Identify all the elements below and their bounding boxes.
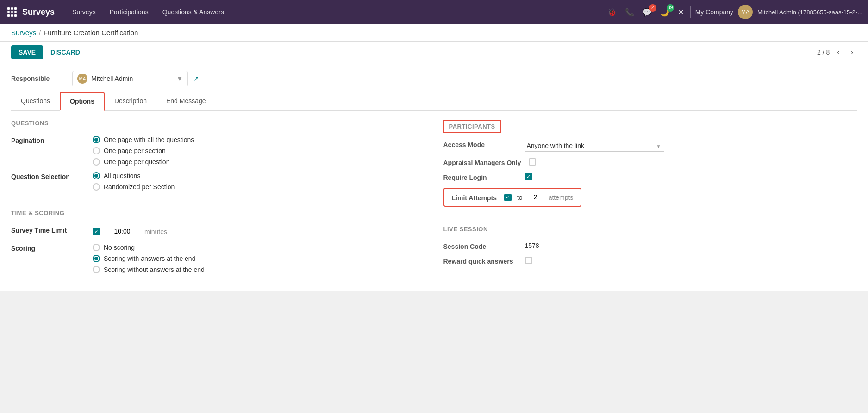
brand-title: Surveys	[22, 7, 55, 17]
qs-option-all[interactable]: All questions	[93, 172, 175, 179]
left-column: Questions Pagination One page with all t…	[11, 120, 425, 280]
main-content: Responsible MA Mitchell Admin ▼ ↗ Questi…	[0, 63, 868, 291]
next-record-button[interactable]: ›	[847, 46, 857, 58]
require-login-row: Require Login	[443, 173, 857, 181]
time-limit-checkbox[interactable]	[93, 228, 100, 235]
limit-attempts-container: Limit Attempts to attempts	[443, 188, 582, 207]
scoring-without-answers[interactable]: Scoring without answers at the end	[93, 266, 205, 273]
pagination-label: 2 / 8	[817, 49, 830, 56]
require-login-label: Require Login	[443, 173, 518, 181]
user-avatar[interactable]: MA	[738, 5, 753, 19]
nav-separator	[690, 6, 691, 18]
time-scoring-heading: Time & Scoring	[11, 210, 425, 218]
breadcrumb-separator: /	[39, 29, 41, 37]
scoring-with-answers[interactable]: Scoring with answers at the end	[93, 255, 205, 262]
right-column: Participants Access Mode Anyone with the…	[443, 120, 857, 280]
options-content: Questions Pagination One page with all t…	[11, 120, 857, 280]
question-selection-options: All questions Randomized per Section	[93, 172, 175, 191]
save-button[interactable]: SAVE	[11, 45, 43, 59]
limit-attempts-to-label: to	[517, 194, 523, 201]
limit-attempts-input[interactable]	[526, 192, 545, 202]
nav-participations[interactable]: Participations	[103, 6, 155, 18]
radio-question-label: One page per question	[104, 158, 169, 166]
responsible-field[interactable]: MA Mitchell Admin ▼	[72, 71, 188, 86]
pagination-label: Pagination	[11, 136, 85, 144]
apps-grid-icon[interactable]	[6, 6, 19, 18]
scoring-options: No scoring Scoring with answers at the e…	[93, 244, 205, 273]
scoring-no[interactable]: No scoring	[93, 244, 205, 251]
discard-button[interactable]: DISCARD	[47, 45, 84, 59]
company-name[interactable]: My Company	[695, 8, 733, 16]
topnav-right-area: 🐞 📞 💬2 🌙39 ✕ My Company MA Mitchell Admi…	[606, 5, 862, 19]
access-mode-select[interactable]: Anyone with the link Invited people only	[525, 140, 664, 152]
radio-with-answers-label: Scoring with answers at the end	[104, 255, 195, 262]
tab-end-message[interactable]: End Message	[156, 92, 216, 111]
user-name: Mitchell Admin (17885655-saas-15-2-...	[757, 9, 862, 16]
time-limit-row: Survey Time Limit minutes	[11, 226, 425, 237]
limit-attempts-row: Limit Attempts to attempts	[443, 188, 857, 207]
require-login-checkbox[interactable]	[525, 173, 532, 180]
moon-badge: 39	[667, 4, 674, 12]
time-limit-input[interactable]	[104, 226, 141, 237]
chat-icon-btn[interactable]: 💬2	[641, 6, 654, 18]
responsible-row: Responsible MA Mitchell Admin ▼ ↗	[11, 63, 857, 92]
prev-record-button[interactable]: ‹	[833, 46, 843, 58]
scoring-label: Scoring	[11, 244, 85, 252]
left-divider	[11, 200, 425, 200]
appraisal-managers-row: Appraisal Managers Only	[443, 158, 857, 166]
moon-icon-btn[interactable]: 🌙39	[658, 6, 671, 18]
bug-icon-btn[interactable]: 🐞	[606, 6, 618, 18]
external-link-icon[interactable]: ↗	[194, 75, 199, 82]
access-mode-row: Access Mode Anyone with the link Invited…	[443, 140, 857, 152]
appraisal-managers-label: Appraisal Managers Only	[443, 158, 521, 166]
participants-section-heading: Participants	[449, 123, 495, 132]
limit-attempts-suffix: attempts	[549, 194, 574, 201]
radio-random-icon	[93, 183, 100, 191]
pagination-option-section[interactable]: One page per section	[93, 147, 194, 154]
nav-qa[interactable]: Questions & Answers	[156, 6, 231, 18]
pagination-option-all[interactable]: One page with all the questions	[93, 136, 194, 143]
radio-with-answers-icon	[93, 255, 100, 262]
time-limit-suffix: minutes	[144, 228, 167, 235]
radio-all-questions-label: One page with all the questions	[104, 136, 194, 143]
action-bar: SAVE DISCARD 2 / 8 ‹ ›	[0, 42, 868, 63]
qs-option-random[interactable]: Randomized per Section	[93, 183, 175, 191]
pagination-option-question[interactable]: One page per question	[93, 158, 194, 166]
access-mode-select-wrapper: Anyone with the link Invited people only	[525, 140, 664, 152]
radio-without-answers-icon	[93, 266, 100, 273]
scoring-row: Scoring No scoring Scoring with answers …	[11, 244, 425, 273]
breadcrumb-current: Furniture Creation Certification	[44, 29, 138, 37]
reward-quick-row: Reward quick answers	[443, 257, 857, 265]
breadcrumb-parent[interactable]: Surveys	[11, 29, 36, 37]
close-icon-btn[interactable]: ✕	[676, 6, 686, 18]
nav-surveys[interactable]: Surveys	[66, 6, 102, 18]
radio-no-scoring-icon	[93, 244, 100, 251]
radio-random-label: Randomized per Section	[104, 183, 175, 191]
time-limit-label: Survey Time Limit	[11, 226, 85, 234]
reward-quick-label: Reward quick answers	[443, 257, 518, 265]
right-divider	[443, 216, 857, 216]
live-session-heading: Live Session	[443, 226, 857, 234]
access-mode-label: Access Mode	[443, 140, 518, 148]
responsible-dropdown-arrow: ▼	[176, 75, 183, 82]
phone-icon-btn[interactable]: 📞	[623, 6, 636, 18]
radio-question-icon	[93, 158, 100, 166]
pagination-row: Pagination One page with all the questio…	[11, 136, 425, 166]
tab-questions[interactable]: Questions	[11, 92, 60, 111]
responsible-value-text: Mitchell Admin	[91, 75, 133, 82]
session-code-label: Session Code	[443, 242, 518, 250]
top-navigation: Surveys Surveys Participations Questions…	[0, 0, 868, 24]
question-selection-row: Question Selection All questions Randomi…	[11, 172, 425, 191]
radio-no-scoring-label: No scoring	[104, 244, 135, 251]
limit-attempts-checkbox[interactable]	[504, 194, 512, 201]
chat-badge: 2	[649, 4, 656, 12]
tab-description[interactable]: Description	[105, 92, 156, 111]
responsible-avatar: MA	[77, 74, 87, 84]
radio-section-label: One page per section	[104, 147, 166, 154]
reward-quick-checkbox[interactable]	[525, 257, 532, 264]
session-code-row: Session Code 1578	[443, 242, 857, 250]
radio-without-answers-label: Scoring without answers at the end	[104, 266, 205, 273]
tab-options[interactable]: Options	[60, 92, 105, 111]
action-left: SAVE DISCARD	[11, 45, 84, 59]
appraisal-managers-checkbox[interactable]	[529, 158, 536, 166]
